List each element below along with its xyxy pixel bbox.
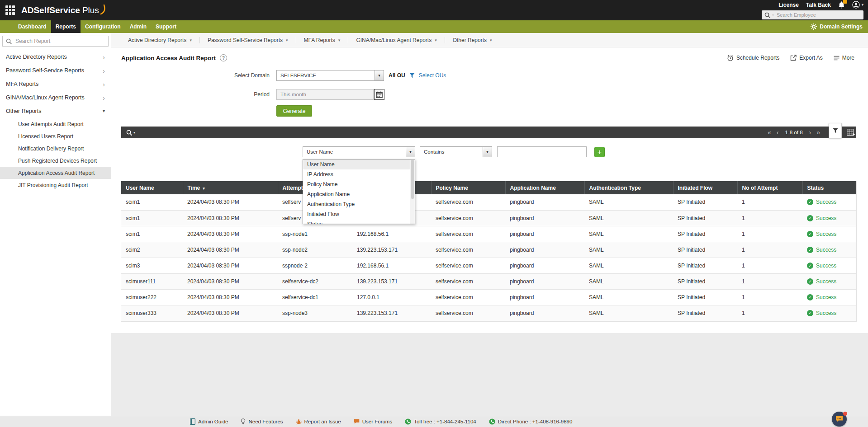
toll-free-1-844-245-1104-link[interactable]: Toll free : +1-844-245-1104	[405, 418, 476, 425]
domain-select[interactable]: SELFSERVICE ▾	[276, 70, 384, 81]
dropdown-option-ip-address[interactable]: IP Address	[303, 169, 415, 179]
dropdown-option-policy-name[interactable]: Policy Name	[303, 179, 415, 189]
sidebar-item-jit-provisioning-audit-report[interactable]: JIT Provisioning Audit Report	[0, 179, 111, 191]
page-first-button[interactable]: «	[768, 129, 771, 136]
column-header-application-name[interactable]: Application Name	[505, 181, 584, 194]
report-search[interactable]	[2, 36, 109, 47]
cell-attempted-from: sspnode-2	[278, 258, 352, 273]
report-menu-password-self-service-reports[interactable]: Password Self-Service Reports▾	[200, 37, 296, 43]
nav-tab-support[interactable]: Support	[151, 20, 181, 33]
report-menu-other-reports[interactable]: Other Reports▾	[445, 37, 500, 43]
filter-toggle-button[interactable]	[829, 123, 842, 138]
cell-attempted-from: ssp-node1	[278, 226, 352, 242]
sidebar-section-gina-mac-linux-agent-reports[interactable]: GINA/Mac/Linux Agent Reports›	[0, 91, 111, 104]
sidebar-section-other-reports[interactable]: Other Reports▾	[0, 104, 111, 118]
dropdown-option-user-name[interactable]: User Name	[303, 160, 415, 169]
forum-icon	[354, 419, 360, 424]
column-header-no-of-attempt[interactable]: No of Attempt	[737, 181, 802, 194]
page-last-button[interactable]: »	[816, 129, 820, 136]
talk-back-link[interactable]: Talk Back	[806, 2, 831, 8]
chat-widget-icon	[835, 416, 843, 422]
chevron-down-icon: ▾	[375, 70, 384, 80]
column-header-policy-name[interactable]: Policy Name	[431, 181, 505, 194]
footer-link-label: Direct Phone : +1-408-916-9890	[498, 419, 573, 424]
dropdown-scrollbar[interactable]	[410, 160, 415, 224]
report-menu-mfa-reports[interactable]: MFA Reports▾	[296, 37, 349, 43]
ou-scope-group: All OU Select OUs	[389, 70, 446, 81]
report-menu-gina-mac-linux-agent-reports[interactable]: GINA/Mac/Linux Agent Reports▾	[348, 37, 445, 43]
sidebar-item-notification-delivery-report[interactable]: Notification Delivery Report	[0, 142, 111, 155]
sidebar-section-active-directory-reports[interactable]: Active Directory Reports›	[0, 50, 111, 64]
dropdown-option-application-name[interactable]: Application Name	[303, 189, 415, 199]
schedule-reports-button[interactable]: Schedule Reports	[727, 55, 779, 61]
primary-nav: DashboardReportsConfigurationAdminSuppor…	[0, 20, 868, 33]
nav-tab-dashboard[interactable]: Dashboard	[14, 20, 51, 33]
add-filter-button[interactable]: +	[594, 147, 605, 157]
filter-operator-select[interactable]: Contains ▾	[420, 146, 492, 157]
notifications-button[interactable]	[838, 1, 845, 9]
status-label: Success	[816, 310, 836, 316]
sidebar-section-mfa-reports[interactable]: MFA Reports›	[0, 77, 111, 91]
license-link[interactable]: License	[778, 2, 799, 8]
direct-phone-1-408-916-9890-link[interactable]: Direct Phone : +1-408-916-9890	[489, 418, 573, 425]
page-prev-button[interactable]: ‹	[777, 129, 779, 136]
dropdown-scrollbar-thumb[interactable]	[411, 160, 414, 199]
page-next-button[interactable]: ›	[809, 129, 811, 136]
column-header-status[interactable]: Status	[802, 181, 856, 194]
column-chooser-button[interactable]	[847, 129, 855, 136]
report-search-input[interactable]	[14, 38, 105, 45]
report-an-issue-link[interactable]: Report an Issue	[296, 419, 341, 425]
column-header-initiated-flow[interactable]: Initiated Flow	[673, 181, 737, 194]
report-menu-label: Active Directory Reports	[128, 37, 186, 43]
column-header-time[interactable]: Time▾	[183, 181, 278, 194]
column-header-label: Application Name	[510, 185, 556, 191]
filter-value-input[interactable]	[497, 146, 587, 157]
export-as-button[interactable]: Export As	[790, 55, 822, 61]
generate-button[interactable]: Generate	[276, 105, 312, 117]
need-features-link[interactable]: Need Features	[241, 418, 283, 425]
filter-column-select[interactable]: User Name ▾	[303, 146, 415, 157]
sidebar-section-password-self-service-reports[interactable]: Password Self-Service Reports›	[0, 64, 111, 77]
dropdown-option-authentication-type[interactable]: Authentication Type	[303, 199, 415, 209]
employee-search[interactable]: ▾	[762, 10, 863, 19]
nav-tab-configuration[interactable]: Configuration	[81, 20, 125, 33]
cell-ip-address: 192.168.56.1	[352, 258, 431, 273]
sidebar-item-licensed-users-report[interactable]: Licensed Users Report	[0, 130, 111, 142]
column-header-label: User Name	[126, 185, 154, 191]
sidebar-item-application-access-audit-report[interactable]: Application Access Audit Report	[0, 167, 111, 179]
report-menu-active-directory-reports[interactable]: Active Directory Reports▾	[120, 37, 200, 43]
period-input[interactable]	[276, 89, 374, 100]
table-search-button[interactable]: ▾	[126, 130, 135, 136]
cell-status: ✓Success	[802, 258, 856, 273]
help-icon[interactable]: ?	[220, 54, 227, 61]
dropdown-option-initiated-flow[interactable]: Initiated Flow	[303, 209, 415, 219]
calendar-icon	[376, 91, 383, 98]
employee-search-input[interactable]	[776, 12, 861, 18]
cell-no-of-attempt: 1	[737, 242, 802, 258]
more-button[interactable]: More	[834, 55, 854, 61]
user-forums-link[interactable]: User Forums	[354, 419, 392, 424]
apps-grid-icon[interactable]	[5, 5, 15, 15]
cell-status: ✓Success	[802, 289, 856, 305]
chat-widget-button[interactable]	[832, 412, 847, 427]
column-header-user-name[interactable]: User Name	[121, 181, 183, 194]
cell-initiated-flow: SP Initiated	[673, 273, 737, 289]
calendar-button[interactable]	[374, 89, 384, 100]
cell-time: 2024/04/03 08:30 PM	[183, 194, 278, 210]
sidebar-item-push-registered-devices-report[interactable]: Push Registered Devices Report	[0, 155, 111, 167]
user-menu-button[interactable]: ▾	[852, 1, 863, 9]
sidebar-item-user-attempts-audit-report[interactable]: User Attempts Audit Report	[0, 118, 111, 130]
success-check-icon: ✓	[807, 215, 813, 221]
column-header-authentication-type[interactable]: Authentication Type	[584, 181, 673, 194]
sidebar-section-label: Other Reports	[6, 108, 42, 114]
logo-text-main: ADSelfService	[21, 5, 80, 15]
cell-authentication-type: SAML	[584, 258, 673, 273]
dropdown-option-status[interactable]: Status	[303, 219, 415, 224]
admin-guide-link[interactable]: Admin Guide	[190, 418, 228, 425]
nav-tab-reports[interactable]: Reports	[51, 20, 81, 33]
domain-settings-button[interactable]: Domain Settings	[811, 20, 863, 33]
select-ous-link[interactable]: Select OUs	[419, 72, 446, 79]
ou-filter-icon[interactable]	[409, 73, 415, 78]
nav-tab-admin[interactable]: Admin	[125, 20, 151, 33]
status-badge: ✓Success	[807, 263, 856, 269]
